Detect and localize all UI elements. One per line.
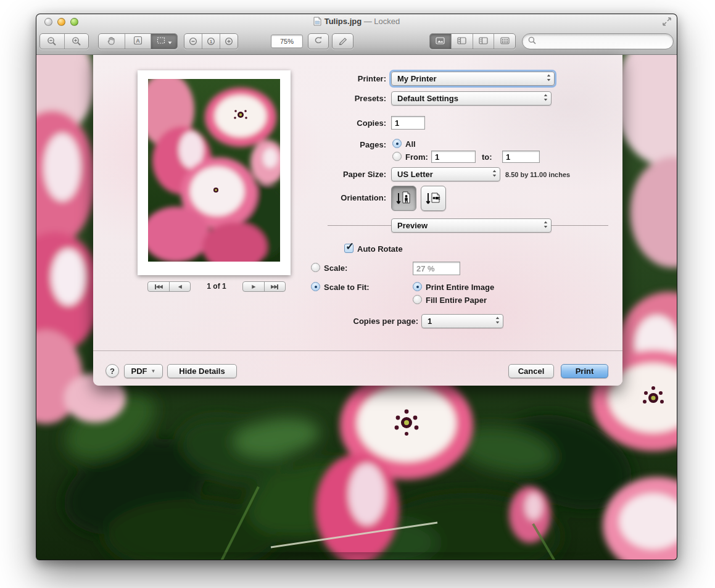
pencil-icon <box>338 36 348 48</box>
rect-select-tool-button[interactable] <box>151 34 177 49</box>
title-filename: Tulips.jpg <box>324 17 362 26</box>
view-contact-sheet-button[interactable] <box>494 34 515 49</box>
last-page-button[interactable]: ▶▶ <box>265 282 286 291</box>
sidebar-thumbnails-icon <box>457 36 466 47</box>
zoom-in-button[interactable] <box>65 34 89 49</box>
scale-to-fit-label: Scale to Fit: <box>324 283 370 292</box>
from-input[interactable] <box>431 151 476 163</box>
image-view-icon <box>436 36 445 47</box>
print-button[interactable]: Print <box>561 364 608 378</box>
sidebar-list-icon <box>479 36 488 47</box>
orientation-portrait-button[interactable] <box>391 186 416 211</box>
pages-all-label: All <box>405 139 416 149</box>
zoom-segment-group <box>39 33 89 49</box>
scale-segment-group: 1 <box>184 33 238 49</box>
scale-to-fit-radio[interactable] <box>311 282 320 291</box>
orientation-label: Orientation: <box>263 193 386 202</box>
window-chrome: Tulips.jpg — Locked <box>36 14 677 55</box>
pages-all-radio[interactable] <box>392 139 402 148</box>
printer-label: Printer: <box>263 74 386 83</box>
settings-section-select[interactable]: Preview <box>391 218 552 233</box>
popup-arrows-icon <box>492 169 497 180</box>
printer-select[interactable]: My Printer <box>391 72 555 86</box>
pages-from-radio[interactable] <box>392 152 402 161</box>
search-icon <box>528 36 536 47</box>
title-lock-state: — Locked <box>364 17 400 26</box>
print-entire-image-radio[interactable] <box>413 282 422 291</box>
toolbar: A 1 <box>36 29 677 55</box>
page-indicator: 1 of 1 <box>192 282 241 291</box>
popup-arrows-icon <box>543 220 548 231</box>
svg-text:A: A <box>136 38 140 44</box>
screen: Tulips.jpg — Locked <box>0 0 715 588</box>
rotate-button[interactable] <box>308 33 329 49</box>
copies-label: Copies: <box>263 118 386 128</box>
search-field[interactable] <box>522 33 674 49</box>
window-shadow <box>25 552 691 577</box>
paper-size-note: 8.50 by 11.00 inches <box>505 171 570 178</box>
print-preview-photo <box>148 79 280 262</box>
popup-arrows-icon <box>546 73 552 84</box>
orientation-landscape-button[interactable] <box>421 186 446 211</box>
presets-label: Presets: <box>263 94 386 103</box>
fill-entire-paper-radio[interactable] <box>413 295 422 304</box>
tools-segment-group: A <box>98 33 178 49</box>
hand-icon <box>107 36 116 48</box>
fullscreen-icon[interactable] <box>663 17 671 28</box>
print-dialog: ◀◀ ◀ 1 of 1 ▶ ▶▶ Printer: My Printer Pre… <box>93 55 622 386</box>
hide-details-button[interactable]: Hide Details <box>167 364 237 378</box>
zoom-level-input[interactable] <box>271 35 303 48</box>
grid-icon <box>500 36 510 47</box>
print-entire-image-label: Print Entire Image <box>426 283 494 292</box>
page-nav-forward-group: ▶ ▶▶ <box>242 281 286 292</box>
chevron-down-icon <box>168 36 172 47</box>
rotate-icon <box>313 36 323 48</box>
zoom-out-button[interactable] <box>40 34 65 49</box>
scale-radio[interactable] <box>311 263 320 272</box>
fill-entire-paper-label: Fill Entire Paper <box>426 296 487 305</box>
auto-rotate-checkbox[interactable]: ✓ <box>344 244 353 253</box>
pdf-menu-button[interactable]: PDF▼ <box>124 364 163 378</box>
to-input[interactable] <box>502 151 540 163</box>
footer-divider <box>93 350 622 351</box>
checkmark-icon: ✓ <box>345 240 354 253</box>
scale-label: Scale: <box>324 263 347 273</box>
auto-rotate-label: Auto Rotate <box>357 244 403 254</box>
page-nav-back-group: ◀◀ ◀ <box>147 281 191 292</box>
titlebar[interactable]: Tulips.jpg — Locked <box>36 14 677 29</box>
preview-window: Tulips.jpg — Locked <box>36 14 677 560</box>
popup-arrows-icon <box>543 93 548 104</box>
presets-select[interactable]: Default Settings <box>391 91 552 106</box>
search-input[interactable] <box>539 37 663 46</box>
zoom-in-view-button[interactable] <box>220 34 238 49</box>
pages-to-label: to: <box>482 152 492 162</box>
text-select-tool-button[interactable]: A <box>125 34 152 49</box>
zoom-out-view-button[interactable] <box>184 34 202 49</box>
previous-page-button[interactable]: ◀ <box>170 282 191 291</box>
landscape-icon <box>425 189 442 208</box>
view-content-only-button[interactable] <box>430 34 452 49</box>
markup-button[interactable] <box>332 33 353 49</box>
move-tool-button[interactable] <box>99 34 125 49</box>
cancel-button[interactable]: Cancel <box>508 364 554 378</box>
pages-from-label: From: <box>405 152 428 162</box>
portrait-icon <box>395 189 413 208</box>
copies-input[interactable] <box>391 116 425 130</box>
pages-label: Pages: <box>263 140 386 149</box>
actual-size-button[interactable]: 1 <box>202 34 220 49</box>
copies-per-page-label: Copies per page: <box>295 317 418 326</box>
view-table-of-contents-button[interactable] <box>473 34 495 49</box>
chevron-down-icon: ▼ <box>151 368 156 374</box>
scale-input[interactable] <box>413 262 460 275</box>
photo-canvas: ◀◀ ◀ 1 of 1 ▶ ▶▶ Printer: My Printer Pre… <box>36 55 677 560</box>
popup-arrows-icon <box>495 316 500 326</box>
help-button[interactable]: ? <box>105 364 119 378</box>
view-thumbnails-button[interactable] <box>452 34 473 49</box>
paper-size-label: Paper Size: <box>263 170 386 179</box>
document-icon <box>313 17 321 28</box>
copies-per-page-select[interactable]: 1 <box>421 314 503 328</box>
next-page-button[interactable]: ▶ <box>243 282 265 291</box>
first-page-button[interactable]: ◀◀ <box>148 282 170 291</box>
view-segment-group <box>429 33 516 49</box>
paper-size-select[interactable]: US Letter <box>391 167 500 181</box>
